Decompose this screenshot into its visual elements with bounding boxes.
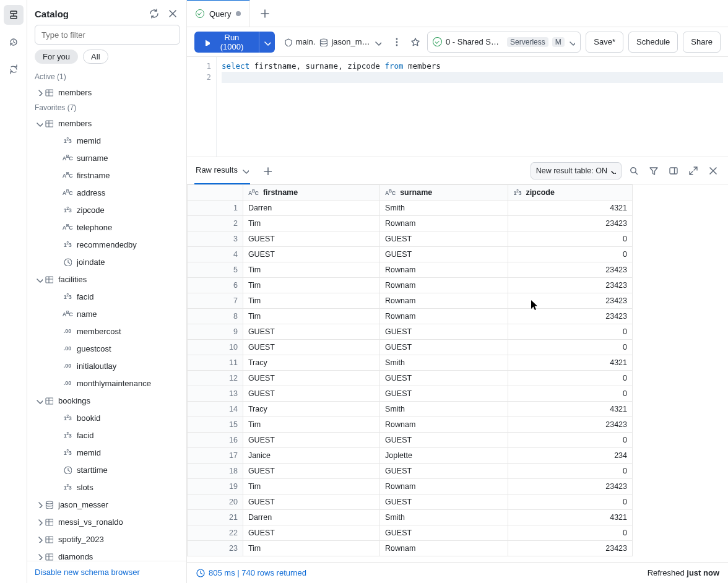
rail-history-icon[interactable] xyxy=(4,32,24,52)
tree-col-surname[interactable]: ABC surname xyxy=(27,149,186,166)
rownum-header[interactable] xyxy=(188,185,243,201)
table-row[interactable]: 20 GUEST GUEST 0 xyxy=(188,494,633,510)
tree-col-monthlymaintenance[interactable]: .00 monthlymaintenance xyxy=(27,374,186,392)
feature-toggle[interactable]: New result table: ON xyxy=(531,162,622,179)
tree-item-diamonds[interactable]: diamonds xyxy=(27,548,186,561)
context-picker[interactable]: main. jason_m… xyxy=(280,37,385,46)
cell-zipcode: 4321 xyxy=(508,510,633,525)
sql-editor[interactable]: 12 select firstname, surname, zipcode fr… xyxy=(187,57,728,157)
tree-col-name[interactable]: ABC name xyxy=(27,305,186,322)
tree-col-initialoutlay[interactable]: .00 initialoutlay xyxy=(27,357,186,374)
add-result-button[interactable] xyxy=(259,162,276,179)
table-row[interactable]: 12 GUEST GUEST 0 xyxy=(188,371,633,386)
search-result-icon[interactable] xyxy=(626,163,641,178)
table-row[interactable]: 3 GUEST GUEST 0 xyxy=(188,231,633,247)
rail-catalog-icon[interactable] xyxy=(4,5,24,25)
pill-for-you[interactable]: For you xyxy=(35,50,78,64)
tree-item-messi_vs_ronaldo[interactable]: messi_vs_ronaldo xyxy=(27,513,186,530)
tree-item-bookings[interactable]: bookings xyxy=(27,392,186,409)
tab-query[interactable]: Query xyxy=(187,0,250,27)
col-header-firstname[interactable]: ABC firstname xyxy=(243,185,379,201)
cell-firstname: Tim xyxy=(243,262,379,278)
table-row[interactable]: 23 Tim Rownam 23423 xyxy=(188,541,633,556)
expand-icon[interactable] xyxy=(686,163,701,178)
table-row[interactable]: 11 Tracy Smith 4321 xyxy=(188,355,633,371)
table-row[interactable]: 18 GUEST GUEST 0 xyxy=(188,464,633,479)
run-dropdown[interactable] xyxy=(259,32,275,53)
result-tab-raw[interactable]: Raw results xyxy=(194,157,250,184)
table-row[interactable]: 13 GUEST GUEST 0 xyxy=(188,386,633,402)
tree-col-joindate[interactable]: joindate xyxy=(27,253,186,270)
tree-col-address[interactable]: ABC address xyxy=(27,184,186,201)
filter-result-icon[interactable] xyxy=(646,163,661,178)
tree-item-members-active[interactable]: members xyxy=(27,84,186,101)
tree-col-bookid[interactable]: 123 bookid xyxy=(27,409,186,426)
panel-icon[interactable] xyxy=(666,163,681,178)
tree-item-members[interactable]: members xyxy=(27,114,186,132)
share-button[interactable]: Share xyxy=(683,32,721,53)
table-row[interactable]: 15 Tim Rownam 23423 xyxy=(188,417,633,433)
col-header-surname[interactable]: ABC surname xyxy=(380,185,508,201)
type-icon: 123 xyxy=(62,241,73,248)
table-row[interactable]: 2 Tim Rownam 23423 xyxy=(188,216,633,231)
kebab-menu-icon[interactable] xyxy=(390,35,404,50)
tree-col-telephone[interactable]: ABC telephone xyxy=(27,218,186,236)
table-row[interactable]: 19 Tim Rownam 23423 xyxy=(188,479,633,494)
col-header-zipcode[interactable]: 123 zipcode xyxy=(508,185,633,201)
table-row[interactable]: 5 Tim Rownam 23423 xyxy=(188,262,633,278)
table-row[interactable]: 17 Janice Joplette 234 xyxy=(188,448,633,464)
tree-item-facilities[interactable]: facilities xyxy=(27,270,186,288)
pill-all[interactable]: All xyxy=(83,50,108,64)
chevron-down-icon[interactable] xyxy=(241,166,249,174)
tree-col-memid[interactable]: 123 memid xyxy=(27,132,186,149)
table-row[interactable]: 14 Tracy Smith 4321 xyxy=(188,402,633,417)
section-favorites-label: Favorites (7) xyxy=(27,101,186,114)
table-row[interactable]: 8 Tim Rownam 23423 xyxy=(188,309,633,324)
tree-col-guestcost[interactable]: .00 guestcost xyxy=(27,340,186,357)
star-icon[interactable] xyxy=(409,35,422,50)
table-row[interactable]: 7 Tim Rownam 23423 xyxy=(188,293,633,309)
tree-col-slots[interactable]: 123 slots xyxy=(27,478,186,496)
tree-col-facid[interactable]: 123 facid xyxy=(27,426,186,444)
close-sidebar-icon[interactable] xyxy=(165,6,180,21)
tree-item-spotify_2023[interactable]: spotify_2023 xyxy=(27,530,186,548)
cell-zipcode: 0 xyxy=(508,386,633,402)
tree-col-facid[interactable]: 123 facid xyxy=(27,288,186,305)
tree-col-membercost[interactable]: .00 membercost xyxy=(27,322,186,340)
tree-col-zipcode[interactable]: 123 zipcode xyxy=(27,201,186,218)
rail-sync-icon[interactable] xyxy=(4,59,24,79)
save-button[interactable]: Save* xyxy=(586,32,623,53)
cluster-picker[interactable]: 0 - Shared SQ… Serverless M xyxy=(427,32,581,53)
code-area[interactable]: select firstname, surname, zipcode from … xyxy=(217,57,728,157)
table-row[interactable]: 10 GUEST GUEST 0 xyxy=(188,340,633,355)
type-icon: ABC xyxy=(248,188,259,197)
cell-surname: Rownam xyxy=(380,278,508,293)
table-row[interactable]: 16 GUEST GUEST 0 xyxy=(188,433,633,448)
schedule-button[interactable]: Schedule xyxy=(628,32,678,53)
filter-input[interactable] xyxy=(35,25,180,45)
tree-col-recommendedby[interactable]: 123 recommendedby xyxy=(27,236,186,253)
table-row[interactable]: 21 Darren Smith 4321 xyxy=(188,510,633,525)
tree-item-label: surname xyxy=(77,153,108,163)
tree-item-label: address xyxy=(77,188,105,197)
table-row[interactable]: 9 GUEST GUEST 0 xyxy=(188,324,633,340)
table-row[interactable]: 4 GUEST GUEST 0 xyxy=(188,247,633,262)
status-bar: 805 ms | 740 rows returned Refreshed jus… xyxy=(187,562,728,583)
tree-col-starttime[interactable]: starttime xyxy=(27,461,186,478)
cell-firstname: Tim xyxy=(243,293,379,309)
table-row[interactable]: 6 Tim Rownam 23423 xyxy=(188,278,633,293)
close-results-icon[interactable] xyxy=(706,163,721,178)
rownum-cell: 1 xyxy=(188,201,243,216)
add-tab-button[interactable] xyxy=(255,4,275,24)
rownum-cell: 16 xyxy=(188,433,243,448)
results-table-wrap[interactable]: ABC firstnameABC surname123 zipcode 1 Da… xyxy=(187,184,728,562)
disable-browser-link[interactable]: Disable new schema browser xyxy=(35,568,140,577)
tree-item-jason_messer[interactable]: jason_messer xyxy=(27,496,186,513)
serverless-badge: Serverless xyxy=(507,37,548,47)
table-row[interactable]: 22 GUEST GUEST 0 xyxy=(188,525,633,541)
refresh-icon[interactable] xyxy=(147,6,162,21)
tree-col-memid[interactable]: 123 memid xyxy=(27,444,186,461)
run-button[interactable]: Run (1000) xyxy=(194,32,259,53)
table-row[interactable]: 1 Darren Smith 4321 xyxy=(188,201,633,216)
tree-col-firstname[interactable]: ABC firstname xyxy=(27,166,186,184)
